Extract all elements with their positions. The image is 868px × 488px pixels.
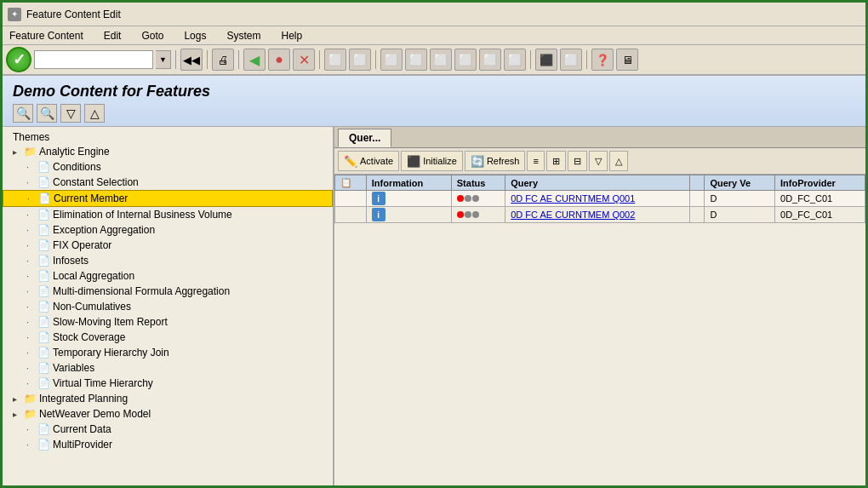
refresh-icon: 🔄 xyxy=(471,155,484,168)
tree-label-infosets: Infosets xyxy=(53,255,89,267)
tree-item-exception[interactable]: · 📄 Exception Aggregation xyxy=(3,222,333,238)
tab-query[interactable]: Quer... xyxy=(338,129,391,147)
initialize-button[interactable]: ⬛ Initialize xyxy=(401,151,463,171)
tree-item-current-member[interactable]: · 📄 Current Member xyxy=(3,190,333,207)
row1-query-ver: D xyxy=(705,191,775,207)
forward-btn[interactable]: ● xyxy=(268,49,290,71)
tree-label-temp: Temporary Hierarchy Join xyxy=(53,347,169,359)
row1-query[interactable]: 0D FC AE CURNTMEM Q001 xyxy=(505,191,690,207)
tree-item-current-data[interactable]: · 📄 Current Data xyxy=(3,422,333,437)
dot-elim: · xyxy=(26,210,37,220)
back2-btn[interactable]: ◀ xyxy=(243,49,266,71)
page-header: Demo Content for Features 🔍 🔍 ▽ △ xyxy=(3,76,865,127)
row2-info: i xyxy=(366,207,451,223)
initialize-icon: ⬛ xyxy=(407,155,420,168)
query-link-1[interactable]: 0D FC AE CURNTMEM Q001 xyxy=(511,193,635,204)
menu-feature-content[interactable]: Feature Content xyxy=(6,28,87,43)
dot-stock: · xyxy=(26,333,37,342)
page-toolbar-btn4[interactable]: △ xyxy=(84,104,105,123)
btn12[interactable]: ⬜ xyxy=(504,49,526,71)
tree-item-elimination[interactable]: · 📄 Elimination of Internal Business Vol… xyxy=(3,207,333,222)
tree-item-local-agg[interactable]: · 📄 Local Aggregation xyxy=(3,268,333,284)
gray-dot-2a xyxy=(465,211,471,218)
gray-dot-2b xyxy=(472,211,479,218)
tree-item-non-cum[interactable]: · 📄 Non-Cumulatives xyxy=(3,299,333,314)
menu-logs[interactable]: Logs xyxy=(180,28,209,43)
page-toolbar-btn3[interactable]: ▽ xyxy=(60,104,81,123)
separator-7 xyxy=(586,50,587,69)
tree-item-multiprovider[interactable]: · 📄 MultiProvider xyxy=(3,437,333,452)
table-btn2[interactable]: ⊞ xyxy=(546,151,566,171)
tree-item-virtual-time[interactable]: · 📄 Virtual Time Hierarchy xyxy=(3,376,333,391)
tree-item-temp-hier[interactable]: · 📄 Temporary Hierarchy Join xyxy=(3,345,333,360)
table-btn3[interactable]: ⊟ xyxy=(568,151,587,171)
table-btn5[interactable]: △ xyxy=(609,151,628,171)
activate-button[interactable]: ✏️ Activate xyxy=(338,151,399,171)
tree-item-constant-selection[interactable]: · 📄 Constant Selection xyxy=(3,175,333,190)
command-dropdown[interactable]: ▼ xyxy=(156,50,171,69)
back-btn[interactable]: ◀◀ xyxy=(180,49,203,71)
tree-label-constant: Constant Selection xyxy=(53,176,139,188)
tree-item-multi-dim[interactable]: · 📄 Multi-dimensional Formula Aggregatio… xyxy=(3,284,333,299)
query-link-2[interactable]: 0D FC AE CURNTMEM Q002 xyxy=(511,210,635,220)
ok-button[interactable]: ✓ xyxy=(6,47,31,72)
col-infoprovider: InfoProvider xyxy=(775,175,865,191)
app-icon: ✦ xyxy=(8,8,21,21)
dot-fix: · xyxy=(26,241,37,250)
expand-arrow-integrated: ▸ xyxy=(13,394,23,404)
print-btn[interactable]: 🖨 xyxy=(212,49,234,71)
tree-label-slow: Slow-Moving Item Report xyxy=(53,316,168,328)
doc-icon-stock: 📄 xyxy=(37,330,50,344)
red-dot-2 xyxy=(457,211,464,218)
page-toolbar-btn2[interactable]: 🔍 xyxy=(37,104,57,123)
col-empty xyxy=(689,175,705,191)
btn5[interactable]: ⬜ xyxy=(324,49,346,71)
menu-bar: Feature Content Edit Goto Logs System He… xyxy=(3,26,865,45)
tree-item-stock[interactable]: · 📄 Stock Coverage xyxy=(3,330,333,345)
doc-icon-multi: 📄 xyxy=(37,284,50,298)
btn7[interactable]: ⬜ xyxy=(380,49,403,71)
btn13[interactable]: ⬛ xyxy=(535,49,557,71)
monitor-btn[interactable]: 🖥 xyxy=(616,49,638,71)
tree-item-slow-moving[interactable]: · 📄 Slow-Moving Item Report xyxy=(3,314,333,330)
btn6[interactable]: ⬜ xyxy=(349,49,371,71)
help-btn[interactable]: ❓ xyxy=(591,49,614,71)
table-btn1[interactable]: ≡ xyxy=(527,151,544,171)
btn9[interactable]: ⬜ xyxy=(430,49,452,71)
stop-btn[interactable]: ✕ xyxy=(293,49,315,71)
tree-item-conditions[interactable]: · 📄 Conditions xyxy=(3,159,333,175)
title-bar: ✦ Feature Content Edit xyxy=(3,3,865,26)
tree-item-analytic-engine[interactable]: ▸ 📁 Analytic Engine xyxy=(3,144,333,159)
query-table-container: 📋 Information Status Query Query Ve Info… xyxy=(334,175,865,488)
tree-label-elim: Elimination of Internal Business Volume xyxy=(53,209,232,221)
menu-help[interactable]: Help xyxy=(277,28,306,43)
btn14[interactable]: ⬜ xyxy=(560,49,582,71)
btn11[interactable]: ⬜ xyxy=(479,49,501,71)
page-toolbar-btn1[interactable]: 🔍 xyxy=(13,104,33,123)
tree-item-variables[interactable]: · 📄 Variables xyxy=(3,360,333,376)
tree-label-virtual: Virtual Time Hierarchy xyxy=(53,377,153,389)
menu-goto[interactable]: Goto xyxy=(138,28,167,43)
btn10[interactable]: ⬜ xyxy=(454,49,477,71)
dot-non: · xyxy=(26,302,37,312)
command-input[interactable] xyxy=(34,50,153,69)
row2-empty xyxy=(689,207,705,223)
menu-system[interactable]: System xyxy=(223,28,264,43)
btn8[interactable]: ⬜ xyxy=(405,49,427,71)
row2-query[interactable]: 0D FC AE CURNTMEM Q002 xyxy=(505,207,690,223)
expand-arrow-netweaver: ▸ xyxy=(13,410,23,419)
tree-item-netweaver[interactable]: ▸ 📁 NetWeaver Demo Model xyxy=(3,406,333,422)
dot-temp: · xyxy=(26,348,37,358)
row1-infoprovider: 0D_FC_C01 xyxy=(775,191,865,207)
menu-edit[interactable]: Edit xyxy=(100,28,125,43)
tree-item-fix[interactable]: · 📄 FIX Operator xyxy=(3,238,333,253)
tree-item-integrated[interactable]: ▸ 📁 Integrated Planning xyxy=(3,391,333,406)
tree-item-infosets[interactable]: · 📄 Infosets xyxy=(3,253,333,268)
col-information: Information xyxy=(366,175,451,191)
tree-section-label: Themes xyxy=(3,130,333,144)
refresh-button[interactable]: 🔄 Refresh xyxy=(465,151,526,171)
row1-empty xyxy=(689,191,705,207)
table-row: i 0D FC AE CURNTMEM Q002 xyxy=(335,207,865,223)
table-btn4[interactable]: ▽ xyxy=(589,151,608,171)
tree-label-conditions: Conditions xyxy=(53,161,101,173)
